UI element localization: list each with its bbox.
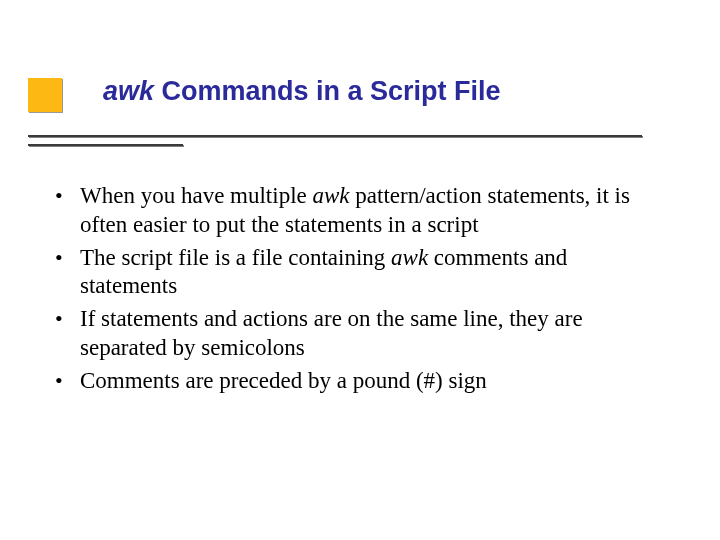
bullet-text-pre: The script file is a file containing [80,245,391,270]
title-rule-short [28,144,183,146]
body-text: When you have multiple awk pattern/actio… [50,182,670,399]
slide: awk Commands in a Script File When you h… [0,0,720,540]
bullet-text-italic: awk [391,245,428,270]
title-bullet-square [28,78,62,112]
list-item: Comments are preceded by a pound (#) sig… [50,367,670,396]
bullet-text-pre: Comments are preceded by a pound (#) sig… [80,368,487,393]
list-item: If statements and actions are on the sam… [50,305,670,363]
title-italic: awk [103,76,154,106]
title-rule-long [28,135,642,137]
list-item: The script file is a file containing awk… [50,244,670,302]
bullet-text-pre: When you have multiple [80,183,313,208]
bullet-text-pre: If statements and actions are on the sam… [80,306,583,360]
slide-title: awk Commands in a Script File [103,76,501,107]
bullet-list: When you have multiple awk pattern/actio… [50,182,670,395]
bullet-text-italic: awk [313,183,350,208]
title-rest: Commands in a Script File [154,76,501,106]
list-item: When you have multiple awk pattern/actio… [50,182,670,240]
